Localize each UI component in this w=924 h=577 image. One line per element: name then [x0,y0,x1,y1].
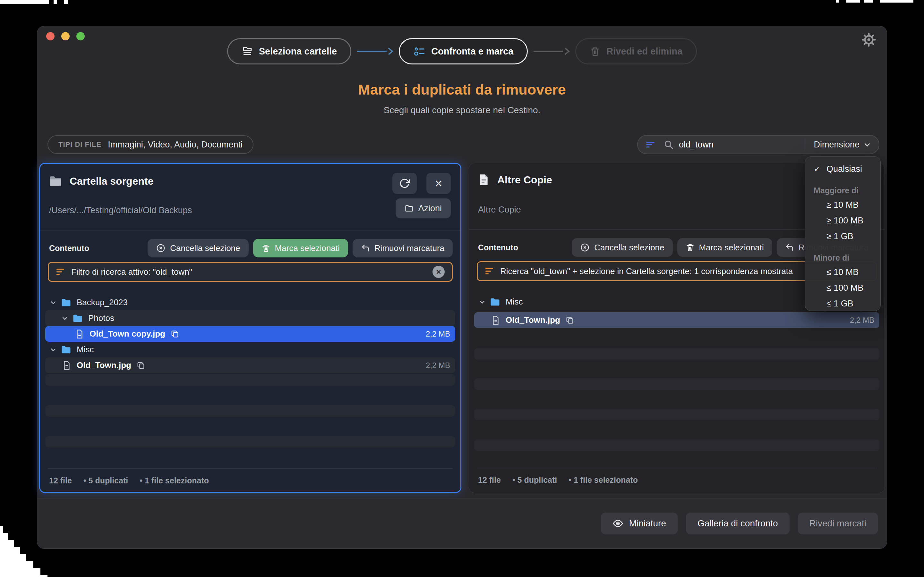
undo-icon [361,243,370,253]
trash-icon [686,243,695,252]
tree-row-folder[interactable]: Photos [45,310,455,326]
page-subtitle: Scegli quali copie spostare nel Cestino. [37,105,887,115]
eye-icon [612,518,624,529]
mark-selected-button[interactable]: Marca selezionati [677,238,772,257]
menu-item-le-100mb[interactable]: ≤ 100 MB [805,280,880,296]
step-review-delete: Rivedi ed elimina [575,38,697,64]
chevron-expand-icon [479,300,485,304]
chevron-expand-icon [62,316,68,320]
document-icon [477,173,490,186]
notice-text: Filtro di ricerca attivo: "old_town" [71,267,192,277]
thumbnails-button[interactable]: Miniature [601,513,678,534]
screen-glitch-top-right [880,0,913,3]
empty-row [474,378,879,390]
menu-section-greater: Maggiore di [805,183,880,197]
divider [477,468,877,468]
content-label: Contenuto [478,243,518,252]
menu-item-le-1gb[interactable]: ≤ 1 GB [805,296,880,311]
filter-icon [56,268,65,276]
duplicate-copy-icon [170,330,179,338]
screen-glitch-top-right [836,0,838,3]
empty-row [474,348,879,359]
search-input[interactable] [679,140,782,150]
stat-files: 12 file [478,475,501,485]
file-types-value: Immagini, Video, Audio, Documenti [108,140,242,150]
file-icon [75,329,84,339]
tree-row-file-selected[interactable]: Old_Town copy.jpg 2,2 MB [45,326,455,342]
empty-row [45,436,455,448]
step-label: Seleziona cartelle [259,46,337,57]
undo-icon [785,243,794,252]
actions-label: Azioni [418,203,442,213]
trash-icon [590,46,601,57]
tree-row-file[interactable]: Old_Town.jpg 2,2 MB [45,358,455,373]
step-select-folders[interactable]: Seleziona cartelle [227,38,351,64]
cancel-circle-icon [156,243,166,253]
bottom-toolbar: Miniature Galleria di confronto Rivedi m… [37,498,887,548]
file-tree: Backup_2023 Photos Old_Town copy.jpg 2,2… [45,295,455,373]
panel-subtitle: Altre Copie [478,205,521,215]
unmark-button[interactable]: Rimuovi marcatura [352,239,453,258]
menu-item-any[interactable]: ✓ Qualsiasi [805,161,880,177]
folder-icon [72,313,83,324]
filter-icon [485,267,494,276]
folder-path: /Users/.../Testing/official/Old Backups [49,205,192,215]
file-icon [62,361,71,370]
panel-title-row: Altre Copie [477,173,552,186]
folder-icon [48,174,63,188]
cancel-circle-icon [580,243,590,252]
duplicate-copy-icon [136,361,145,370]
folder-icon [405,204,414,213]
page-title: Marca i duplicati da rimuovere [37,81,887,98]
actions-button[interactable]: Azioni [396,198,451,218]
divider [40,230,460,230]
trash-icon [262,243,270,253]
screen-glitch-notch [57,0,64,4]
refresh-icon [399,178,410,189]
clear-selection-button[interactable]: Cancella selezione [572,238,672,257]
comparison-gallery-button[interactable]: Galleria di confronto [686,513,790,534]
size-filter-label: Dimensione [814,140,859,150]
panel-stats: 12 file • 5 duplicati • 1 file seleziona… [478,475,638,485]
folder-icon [489,297,501,308]
menu-item-ge-10mb[interactable]: ≥ 10 MB [805,197,880,213]
chevron-expand-icon [50,300,56,305]
search-bar: Dimensione [637,135,879,154]
step-compare-mark[interactable]: Confronta e marca [399,38,528,64]
file-types-chip[interactable]: TIPI DI FILE Immagini, Video, Audio, Doc… [47,135,254,154]
tree-row-folder[interactable]: Misc [45,342,455,358]
check-icon: ✓ [814,164,822,174]
mark-selected-button[interactable]: Marca selezionati [253,239,348,258]
checklist-icon [413,45,425,57]
menu-item-ge-100mb[interactable]: ≥ 100 MB [805,213,880,229]
app-window: Seleziona cartelle Confronta e marca [37,26,887,549]
empty-row [45,405,455,417]
menu-item-le-10mb[interactable]: ≤ 10 MB [805,264,880,280]
content-label: Contenuto [49,243,89,253]
size-filter-dropdown-button[interactable]: Dimensione [805,135,879,153]
chevron-down-icon [864,143,871,147]
close-panel-button[interactable]: × [426,173,451,194]
search-icon [664,139,674,150]
close-icon: × [435,177,442,190]
stepper-connector-inactive [532,47,571,56]
stat-duplicates: • 5 duplicati [83,476,128,485]
divider [48,468,453,469]
chevron-expand-icon [50,348,56,351]
file-size: 2,2 MB [426,330,450,338]
menu-item-ge-1gb[interactable]: ≥ 1 GB [805,229,880,244]
tree-row-folder[interactable]: Backup_2023 [45,295,455,310]
review-marked-button[interactable]: Rivedi marcati [798,513,878,534]
clear-filter-button[interactable]: × [433,266,445,278]
folders-icon [242,45,253,57]
tree-row-file-match[interactable]: Old_Town.jpg 2,2 MB [474,312,879,328]
stat-files: 12 file [49,476,72,485]
screen-glitch-top-right [864,0,873,3]
clear-selection-button[interactable]: Cancella selezione [148,239,248,258]
stat-selected: • 1 file selezionato [569,475,638,485]
refresh-button[interactable] [393,173,417,194]
wizard-stepper: Seleziona cartelle Confronta e marca [37,38,887,64]
empty-row [474,440,879,451]
size-filter-menu: ✓ Qualsiasi Maggiore di ≥ 10 MB ≥ 100 MB… [805,156,881,311]
file-size: 2,2 MB [850,316,874,325]
